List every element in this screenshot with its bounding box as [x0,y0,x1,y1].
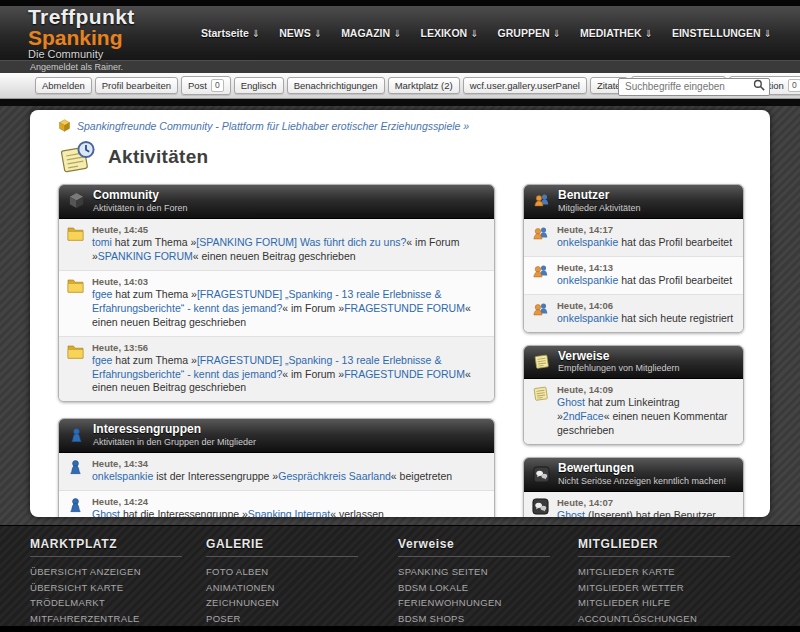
entry-link[interactable]: [SPANKING FORUM] Was führt dich zu uns? [196,236,406,248]
toolbar-button-abmelden[interactable]: Abmelden [35,77,92,94]
entry-time: Heute, 13:56 [92,342,486,353]
entry-text: fgee hat zum Thema »[FRAGESTUNDE] „Spank… [92,354,486,396]
footer-link[interactable]: MITGLIEDER KARTE [578,564,748,580]
chevron-down-icon: ⇓ [470,28,478,39]
footer-link[interactable]: ANIMATIONEN [206,580,398,596]
pawn-icon [66,497,85,514]
entry-link[interactable]: fgee [92,354,112,366]
logged-in-text: Angemeldet als Rainer. [30,62,123,72]
entry-link[interactable]: onkelspankie [557,274,618,286]
box-title: Verweise [558,350,680,364]
site-footer: MARKTPLATZÜBERSICHT ANZEIGENÜBERSICHT KA… [0,525,800,626]
site-header: Treffpunkt Spanking Die Community Starts… [0,6,800,60]
breadcrumb[interactable]: Spankingfreunde Community - Plattform fü… [58,119,744,132]
toolbar-button-profil-bearbeiten[interactable]: Profil bearbeiten [95,77,178,94]
nav-item-gruppen[interactable]: GRUPPEN⇓ [498,27,561,39]
footer-link[interactable]: TRÖDELMARKT [30,595,206,611]
community-box: Community Aktivitäten in den Foren Heute… [58,184,495,402]
nav-item-einstellungen[interactable]: EINSTELLUNGEN⇓ [672,27,772,39]
activity-entry: Heute, 13:56fgee hat zum Thema »[FRAGEST… [59,337,494,402]
toolbar-button-marktplatz-2[interactable]: Marktplatz (2) [388,77,460,94]
toolbar-button-benachrichtigungen[interactable]: Benachrichtigungen [287,77,385,94]
nav-item-label: MEDIATHEK [580,27,642,39]
activity-entry: Heute, 14:17onkelspankie hat das Profil … [524,219,743,257]
footer-link[interactable]: MITGLIEDER HILFE [578,595,748,611]
toolbar-button-englisch[interactable]: Englisch [234,77,284,94]
toolbar-button-wcf-user-gallery-userpanel[interactable]: wcf.user.gallery.userPanel [463,77,587,94]
chevron-down-icon: ⇓ [645,28,653,39]
entry-link[interactable]: Ghost [557,396,585,408]
entry-text-segment: ist der Interessengruppe » [153,470,278,482]
entry-text-segment: hat die Interessengruppe » [120,508,248,517]
entry-link[interactable]: Ghost [92,508,120,517]
chevron-down-icon: ⇓ [252,28,260,39]
entry-link[interactable]: FRAGESTUNDE FORUM [344,368,465,380]
footer-link[interactable]: MITFAHRERZENTRALE [30,611,206,627]
activity-entry: Heute, 14:34onkelspankie ist der Interes… [59,453,494,491]
entry-text-segment: « im Forum » [282,302,344,314]
toolbar-button-post[interactable]: Post0 [181,76,231,95]
search-icon[interactable] [753,79,765,91]
nav-item-label: LEXIKON [421,27,468,39]
entry-text-segment: hat zum Thema » [112,288,196,300]
users-box-header: Benutzer Mitglieder Aktivitäten [524,185,743,219]
entry-time: Heute, 14:45 [92,224,486,235]
left-column: Community Aktivitäten in den Foren Heute… [58,184,495,517]
entry-link[interactable]: Gesprächkreis Saarland [278,470,391,482]
nav-item-startseite[interactable]: Startseite⇓ [201,27,260,39]
entry-time: Heute, 14:24 [92,496,384,507]
entry-link[interactable]: onkelspankie [557,312,618,324]
nav-item-mediathek[interactable]: MEDIATHEK⇓ [580,27,653,39]
activity-entry: Heute, 14:13onkelspankie hat das Profil … [524,257,743,295]
links-box: Verweise Empfehlungen von Mitgliedern He… [523,345,744,446]
entry-link[interactable]: fgee [92,288,112,300]
entry-link[interactable]: Ghost [557,509,585,517]
footer-link[interactable]: ZEICHNUNGEN [206,595,398,611]
main-area: Spankingfreunde Community - Plattform fü… [0,106,800,525]
entry-link[interactable]: SPANKING FORUM [98,250,193,262]
comments-icon [533,466,550,483]
entry-time: Heute, 14:09 [557,384,735,395]
entry-link[interactable]: onkelspankie [92,470,153,482]
footer-link[interactable]: MITGLIEDER WETTER [578,580,748,596]
nav-item-magazin[interactable]: MAGAZIN⇓ [341,27,401,39]
nav-item-lexikon[interactable]: LEXIKON⇓ [421,27,479,39]
footer-column-galerie: GALERIEFOTO ALBENANIMATIONENZEICHNUNGENP… [206,537,398,626]
search-input[interactable] [618,78,770,96]
pawn-icon [68,427,85,444]
page-title: Aktivitäten [108,146,208,168]
main-nav: Startseite⇓NEWS⇓MAGAZIN⇓LEXIKON⇓GRUPPEN⇓… [201,27,772,39]
footer-link[interactable]: SPANKING SEITEN [398,564,578,580]
footer-link[interactable]: BDSM SHOPS [398,611,578,627]
footer-link[interactable]: FERIENWOHNUNGEN [398,595,578,611]
footer-link[interactable]: FOTO ALBEN [206,564,398,580]
entry-link[interactable]: 2ndFace [563,410,604,422]
entry-text: Ghost hat die Interessengruppe »Spanking… [92,508,384,517]
logo[interactable]: Treffpunkt Spanking Die Community [28,6,201,60]
box-title: Interessengruppen [93,423,256,437]
page: Treffpunkt Spanking Die Community Starts… [0,0,800,632]
entry-text-segment: hat das Profil bearbeitet [618,274,732,286]
entry-text-segment: « verlassen [330,508,384,517]
box-subtitle: Aktivitäten in den Foren [93,203,188,213]
box-title: Community [93,189,188,203]
footer-link[interactable]: POSER [206,611,398,627]
entry-link[interactable]: tomi [92,236,112,248]
toolbar-button-label: Abmelden [42,80,85,91]
entry-time: Heute, 14:03 [92,276,486,287]
entry-link[interactable]: Spanking Internat [248,508,330,517]
entry-text: Ghost hat zum Linkeintrag »2ndFace« eine… [557,396,735,438]
nav-item-news[interactable]: NEWS⇓ [279,27,322,39]
entry-link[interactable]: FRAGESTUNDE FORUM [344,302,465,314]
footer-link[interactable]: BDSM LOKALE [398,580,578,596]
activity-entry: Heute, 14:09Ghost hat zum Linkeintrag »2… [524,379,743,444]
entry-time: Heute, 14:07 [557,497,735,508]
breadcrumb-text[interactable]: Spankingfreunde Community - Plattform fü… [77,120,469,132]
footer-link[interactable]: ACCOUNTLÖSCHUNGEN [578,611,748,627]
footer-link[interactable]: ÜBERSICHT ANZEIGEN [30,564,206,580]
footer-heading: GALERIE [206,537,358,557]
entry-link[interactable]: onkelspankie [557,236,618,248]
interest-groups-box: Interessengruppen Aktivitäten in den Gru… [58,418,495,517]
footer-link[interactable]: ÜBERSICHT KARTE [30,580,206,596]
page-title-row: Aktivitäten [60,139,744,174]
